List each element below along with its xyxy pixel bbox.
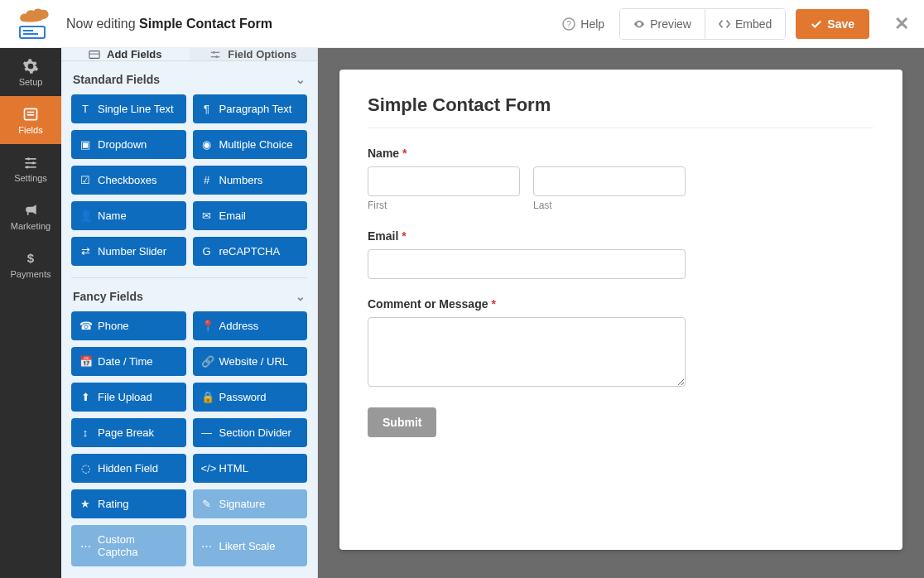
field-fancy-rating[interactable]: ★Rating [71, 489, 186, 518]
likert-scale-icon: ⋯ [201, 540, 213, 552]
name-icon: 👤 [79, 210, 91, 222]
close-icon[interactable]: ✕ [894, 13, 909, 35]
field-fancy-html[interactable]: </>HTML [193, 454, 308, 483]
chevron-down-icon: ⌄ [296, 73, 306, 86]
standard-fields-header[interactable]: Standard Fields ⌄ [61, 61, 317, 94]
field-label: Hidden Field [98, 462, 158, 474]
code-icon [719, 18, 730, 30]
tab-field-options[interactable]: Field Options [190, 48, 318, 60]
form-icon [22, 106, 39, 123]
field-label: Dropdown [98, 138, 147, 151]
grid-icon [89, 49, 100, 60]
help-link[interactable]: ? Help [562, 17, 604, 31]
hidden-field-icon: ◌ [79, 462, 91, 474]
field-fancy-phone[interactable]: ☎Phone [71, 311, 186, 340]
field-label: Address [219, 320, 259, 332]
field-label: Password [219, 391, 267, 403]
svg-text:$: $ [27, 251, 35, 265]
name-last-input[interactable] [533, 166, 686, 196]
field-label: Website / URL [219, 355, 289, 368]
submit-button[interactable]: Submit [368, 407, 436, 437]
name-first-sublabel: First [368, 200, 520, 211]
field-fancy-password[interactable]: 🔒Password [193, 383, 308, 412]
form-title: Simple Contact Form [368, 94, 874, 128]
field-fancy-hidden-field[interactable]: ◌Hidden Field [71, 454, 186, 483]
field-label: HTML [219, 462, 248, 474]
check-icon [811, 18, 822, 30]
field-label: Likert Scale [219, 540, 276, 552]
save-button[interactable]: Save [796, 9, 869, 39]
field-standard-number-slider[interactable]: ⇄Number Slider [71, 237, 186, 266]
svg-point-11 [32, 161, 35, 164]
numbers-icon: # [201, 174, 213, 186]
field-standard-single-line-text[interactable]: TSingle Line Text [71, 94, 186, 123]
phone-icon: ☎ [79, 320, 91, 332]
field-label: Section Divider [219, 426, 291, 439]
field-name[interactable]: Name * First Last [368, 147, 686, 211]
sidenav-setup[interactable]: Setup [0, 48, 61, 96]
svg-rect-0 [20, 26, 45, 38]
svg-point-9 [27, 157, 30, 160]
sidenav-settings[interactable]: Settings [0, 144, 61, 192]
rating-icon: ★ [79, 498, 91, 510]
dollar-icon: $ [22, 250, 39, 267]
field-standard-checkboxes[interactable]: ☑Checkboxes [71, 166, 186, 195]
field-email[interactable]: Email * [368, 229, 686, 279]
field-label: Signature [219, 498, 266, 510]
field-standard-recaptcha[interactable]: GreCAPTCHA [193, 237, 308, 266]
file-upload-icon: ⬆ [79, 391, 91, 403]
sidenav-payments[interactable]: $ Payments [0, 240, 61, 288]
field-fancy-signature[interactable]: ✎Signature [193, 489, 308, 518]
field-label: reCAPTCHA [219, 245, 281, 258]
tab-add-fields[interactable]: Add Fields [61, 48, 190, 60]
name-first-input[interactable] [368, 166, 520, 196]
field-fancy-likert-scale[interactable]: ⋯Likert Scale [193, 525, 308, 566]
field-standard-paragraph-text[interactable]: ¶Paragraph Text [193, 94, 308, 123]
field-fancy-address[interactable]: 📍Address [193, 311, 308, 340]
field-standard-numbers[interactable]: #Numbers [193, 166, 308, 195]
sidenav: Setup Fields Settings Marketing $ Paymen… [0, 48, 61, 578]
preview-button[interactable]: Preview [620, 9, 705, 39]
field-label: Date / Time [98, 355, 152, 368]
field-label: Single Line Text [98, 103, 174, 115]
sidenav-marketing[interactable]: Marketing [0, 192, 61, 240]
chevron-down-icon: ⌄ [296, 290, 306, 303]
form-canvas: Simple Contact Form Name * First Last Em… [339, 70, 902, 550]
field-standard-name[interactable]: 👤Name [71, 201, 186, 230]
field-fancy-custom-captcha[interactable]: ⋯Custom Captcha [71, 525, 186, 566]
sidenav-fields[interactable]: Fields [0, 96, 61, 144]
fancy-fields-header[interactable]: Fancy Fields ⌄ [61, 278, 317, 311]
field-fancy-section-divider[interactable]: —Section Divider [193, 418, 308, 447]
field-comment[interactable]: Comment or Message * [368, 297, 686, 389]
signature-icon: ✎ [201, 498, 213, 510]
svg-point-20 [216, 55, 219, 58]
field-fancy-website-url[interactable]: 🔗Website / URL [193, 347, 308, 376]
date-time-icon: 📅 [79, 355, 91, 368]
gear-icon [22, 58, 39, 75]
comment-textarea[interactable] [368, 317, 686, 387]
sliders-icon [22, 154, 39, 171]
field-fancy-page-break[interactable]: ↕Page Break [71, 418, 186, 447]
svg-rect-15 [89, 51, 99, 58]
dropdown-icon: ▣ [79, 138, 91, 151]
field-label: Email [219, 210, 247, 222]
editing-label: Now editing Simple Contact Form [66, 17, 272, 31]
section-divider-icon: — [201, 426, 213, 439]
field-fancy-date-time[interactable]: 📅Date / Time [71, 347, 186, 376]
email-input[interactable] [368, 249, 686, 279]
field-label: Checkboxes [98, 174, 157, 186]
field-label: Name [98, 210, 127, 222]
email-icon: ✉ [201, 210, 213, 222]
field-label: Page Break [98, 426, 154, 439]
field-standard-dropdown[interactable]: ▣Dropdown [71, 130, 186, 159]
embed-button[interactable]: Embed [705, 9, 785, 39]
field-standard-multiple-choice[interactable]: ◉Multiple Choice [193, 130, 308, 159]
checkboxes-icon: ☑ [79, 174, 91, 186]
field-standard-email[interactable]: ✉Email [193, 201, 308, 230]
eye-icon [633, 18, 645, 30]
field-label: Phone [98, 320, 129, 332]
website-url-icon: 🔗 [201, 355, 213, 368]
svg-rect-1 [23, 30, 33, 31]
custom-captcha-icon: ⋯ [79, 540, 91, 552]
field-fancy-file-upload[interactable]: ⬆File Upload [71, 383, 186, 412]
